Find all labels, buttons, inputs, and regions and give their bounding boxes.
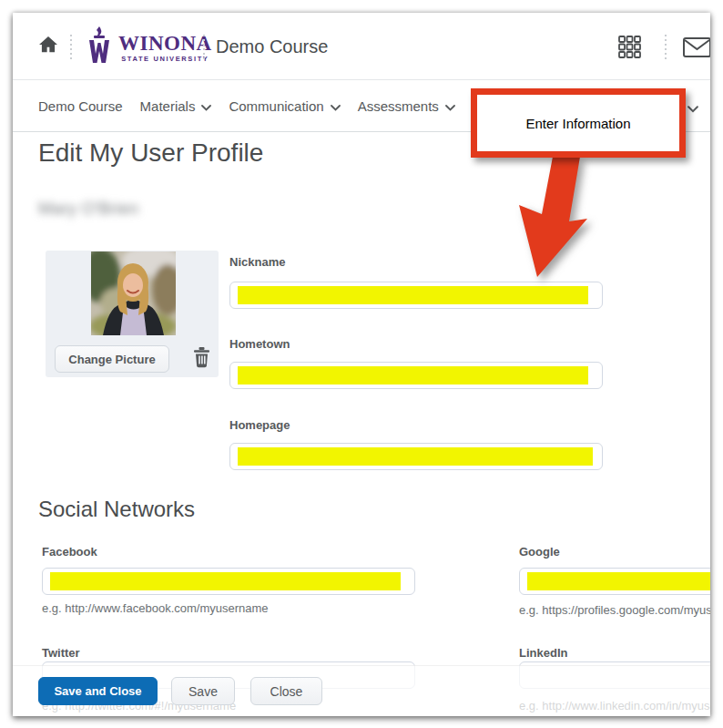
chevron-down-icon — [445, 98, 455, 114]
grid-icon — [618, 47, 641, 61]
change-picture-button[interactable]: Change Picture — [55, 345, 169, 373]
divider — [70, 35, 72, 59]
highlight-annotation — [238, 447, 593, 466]
chevron-down-icon — [331, 98, 341, 114]
winona-logo: WINONA STATE UNIVERSITY — [86, 26, 212, 69]
page-title: Edit My User Profile — [38, 138, 263, 168]
nav-label: Communication — [229, 98, 323, 114]
nav-item-materials[interactable]: Materials — [140, 98, 212, 114]
facebook-example: e.g. http://www.facebook.com/myusername — [42, 601, 269, 615]
social-networks-heading: Social Networks — [38, 497, 195, 522]
save-button[interactable]: Save — [171, 677, 235, 705]
logo-name: WINONA — [118, 33, 212, 54]
close-button[interactable]: Close — [250, 677, 322, 705]
highlight-annotation — [50, 572, 401, 590]
trash-icon — [193, 347, 210, 371]
hometown-label: Hometown — [229, 337, 290, 351]
course-title: Demo Course — [216, 13, 328, 80]
logo-subtitle: STATE UNIVERSITY — [121, 56, 209, 63]
lms-page: WINONA STATE UNIVERSITY Demo Course — [13, 13, 710, 716]
torch-logo-icon — [86, 26, 113, 69]
hometown-input[interactable] — [229, 362, 603, 389]
save-and-close-button[interactable]: Save and Close — [38, 677, 158, 705]
chevron-down-icon — [201, 98, 211, 114]
profile-picture-card: Change Picture — [46, 251, 219, 377]
profile-photo — [91, 251, 176, 335]
messages-button[interactable] — [682, 37, 710, 58]
nickname-input[interactable] — [229, 282, 603, 309]
facebook-input[interactable] — [42, 568, 415, 595]
user-name-blurred: Mary O'Brien — [38, 199, 138, 219]
google-label: Google — [519, 545, 560, 559]
annotation-arrow — [504, 155, 605, 282]
highlight-annotation — [238, 366, 588, 385]
google-input[interactable] — [519, 568, 710, 595]
home-icon — [38, 43, 58, 56]
nav-item-assessments[interactable]: Assessments — [358, 98, 455, 114]
google-example: e.g. https://profiles.google.com/myusern… — [519, 603, 710, 617]
form-action-bar: Save and Close Save Close — [13, 665, 710, 716]
nav-label: Demo Course — [38, 98, 123, 114]
highlight-annotation — [238, 286, 588, 304]
nav-label: Assessments — [358, 98, 439, 114]
annotation-callout: Enter Information — [471, 88, 686, 158]
linkedin-label: LinkedIn — [519, 646, 567, 660]
home-button[interactable] — [37, 36, 59, 56]
nav-item-demo-course[interactable]: Demo Course — [38, 98, 123, 114]
homepage-label: Homepage — [229, 418, 290, 432]
callout-text: Enter Information — [525, 116, 630, 131]
homepage-input[interactable] — [229, 443, 603, 470]
delete-picture-button[interactable] — [188, 345, 215, 373]
twitter-label: Twitter — [42, 646, 80, 660]
app-switcher-button[interactable] — [617, 36, 641, 59]
chevron-down-icon[interactable] — [687, 100, 698, 117]
app-header: WINONA STATE UNIVERSITY Demo Course — [13, 13, 710, 80]
highlight-annotation — [527, 572, 710, 590]
divider — [665, 35, 667, 59]
divider — [203, 35, 205, 59]
nav-item-communication[interactable]: Communication — [229, 98, 340, 114]
nav-label: Materials — [140, 98, 196, 114]
facebook-label: Facebook — [42, 545, 97, 559]
nickname-label: Nickname — [229, 255, 285, 269]
mail-icon — [683, 46, 711, 60]
screenshot-frame: WINONA STATE UNIVERSITY Demo Course — [0, 0, 723, 728]
